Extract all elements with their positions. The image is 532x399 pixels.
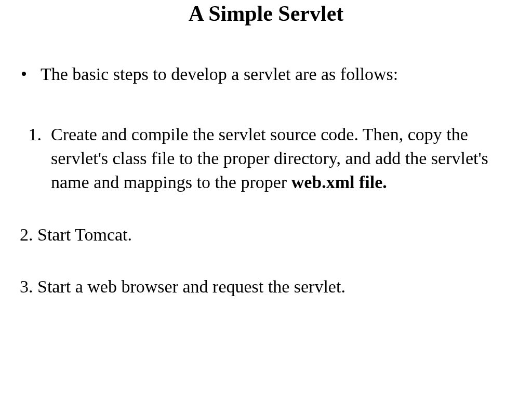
intro-text: The basic steps to develop a servlet are… xyxy=(41,62,516,86)
intro-bullet-item: • The basic steps to develop a servlet a… xyxy=(16,62,516,86)
bullet-marker: • xyxy=(16,62,41,86)
step-1-text-bold: web.xml file. xyxy=(291,172,387,192)
step-2: 2. Start Tomcat. xyxy=(16,223,516,247)
step-3: 3. Start a web browser and request the s… xyxy=(16,275,516,299)
step-1-text-a: Create and compile the servlet source co… xyxy=(51,125,488,192)
step-1: 1. Create and compile the servlet source… xyxy=(16,123,516,194)
step-1-number: 1. xyxy=(16,123,51,194)
slide-title: A Simple Servlet xyxy=(16,1,516,26)
step-1-text: Create and compile the servlet source co… xyxy=(51,123,516,194)
